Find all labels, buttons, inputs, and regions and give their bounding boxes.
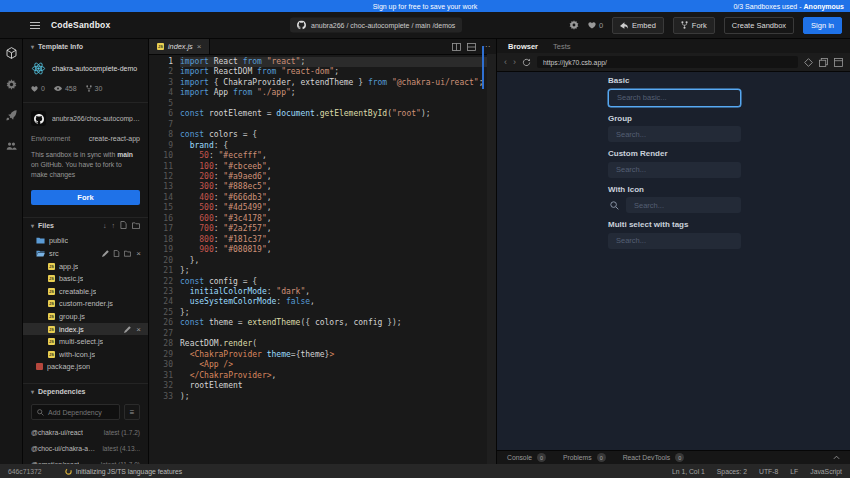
file-creatable.js[interactable]: JScreatable.js bbox=[23, 285, 148, 298]
status-item[interactable]: Spaces: 2 bbox=[717, 468, 747, 475]
dependency-row[interactable]: @emotion/reactlatest (11.7.0) bbox=[23, 456, 148, 464]
preview-search-input[interactable]: Search... bbox=[608, 233, 741, 249]
code-line[interactable]: 23 initialColorMode: "dark", bbox=[149, 287, 496, 297]
preview-search-input[interactable]: Search basic... bbox=[608, 89, 741, 107]
edit-icon[interactable] bbox=[102, 250, 109, 257]
codesandbox-logo[interactable]: CodeSandbox bbox=[51, 20, 110, 30]
gear-icon[interactable] bbox=[5, 78, 17, 90]
refresh-icon[interactable] bbox=[522, 58, 531, 67]
upload-icon[interactable]: ↑ bbox=[112, 222, 116, 229]
github-repo-link[interactable]: anubra266/choc-autocomplete bbox=[23, 102, 148, 134]
template-info-header[interactable]: ▾ Template Info bbox=[23, 39, 148, 54]
download-icon[interactable]: ↓ bbox=[103, 222, 107, 229]
code-line[interactable]: 31 </ChakraProvider>, bbox=[149, 371, 496, 381]
code-line[interactable]: 27 bbox=[149, 329, 496, 339]
duplicate-icon[interactable] bbox=[819, 58, 828, 67]
fork-button[interactable]: Fork bbox=[673, 17, 715, 34]
new-file-icon[interactable] bbox=[120, 221, 127, 229]
code-line[interactable]: 10 50: "#ecefff", bbox=[149, 151, 496, 161]
delete-icon[interactable]: × bbox=[135, 326, 142, 333]
file-src[interactable]: src× bbox=[23, 247, 148, 260]
files-header[interactable]: ▾ Files ↓ ↑ bbox=[23, 217, 148, 233]
code-line[interactable]: 28ReactDOM.render( bbox=[149, 339, 496, 349]
dependencies-header[interactable]: ▾ Dependencies bbox=[23, 383, 148, 399]
new-folder-icon[interactable] bbox=[124, 250, 131, 257]
repo-breadcrumb[interactable]: anubra266 / choc-autocomplete / main /de… bbox=[290, 18, 462, 33]
url-bar[interactable]: https://jyk70.csb.app/ bbox=[537, 56, 798, 68]
file-app.js[interactable]: JSapp.js bbox=[23, 260, 148, 273]
status-item[interactable]: JavaScript bbox=[810, 468, 842, 475]
back-icon[interactable]: ‹ bbox=[504, 58, 507, 67]
preview-search-input[interactable]: Search... bbox=[626, 197, 741, 213]
new-file-icon[interactable] bbox=[113, 250, 120, 257]
tab-tests[interactable]: Tests bbox=[553, 42, 571, 51]
create-sandbox-button[interactable]: Create Sandbox bbox=[724, 17, 794, 34]
code-line[interactable]: 25}; bbox=[149, 308, 496, 318]
editor-scrollbar[interactable] bbox=[487, 54, 496, 464]
devtools-tab-console[interactable]: Console0 bbox=[507, 453, 546, 462]
gear-icon[interactable] bbox=[569, 20, 579, 30]
forward-icon[interactable]: › bbox=[513, 58, 516, 67]
code-line[interactable]: 14 400: "#666db3", bbox=[149, 193, 496, 203]
collaborators-icon[interactable] bbox=[5, 140, 17, 152]
code-line[interactable]: 2import ReactDOM from "react-dom"; bbox=[149, 67, 496, 77]
embed-button[interactable]: Embed bbox=[612, 17, 664, 34]
code-line[interactable]: 4import App from "./app"; bbox=[149, 88, 496, 98]
file-index.js[interactable]: JSindex.js× bbox=[23, 323, 148, 336]
code-line[interactable]: 19 900: "#080819", bbox=[149, 245, 496, 255]
file-custom-render.js[interactable]: JScustom-render.js bbox=[23, 298, 148, 311]
sandbox-cube-icon[interactable] bbox=[5, 47, 17, 59]
code-line[interactable]: 12 200: "#a9aed6", bbox=[149, 172, 496, 182]
code-line[interactable]: 17 700: "#2a2f57", bbox=[149, 224, 496, 234]
preview-search-input[interactable]: Search... bbox=[608, 126, 741, 142]
code-line[interactable]: 7 bbox=[149, 120, 496, 130]
split-horizontal-icon[interactable] bbox=[467, 43, 476, 51]
code-line[interactable]: 33); bbox=[149, 392, 496, 402]
sign-in-button[interactable]: Sign in bbox=[803, 17, 842, 34]
edit-icon[interactable] bbox=[124, 326, 131, 333]
status-item[interactable]: Ln 1, Col 1 bbox=[672, 468, 705, 475]
code-area[interactable]: 1import React from "react";2import React… bbox=[149, 55, 496, 464]
file-public[interactable]: public bbox=[23, 235, 148, 248]
preview-search-input[interactable]: Search... bbox=[608, 162, 741, 178]
rocket-icon[interactable] bbox=[5, 109, 17, 121]
chevron-up-icon[interactable] bbox=[833, 455, 840, 460]
code-line[interactable]: 8const colors = { bbox=[149, 130, 496, 140]
split-vertical-icon[interactable] bbox=[452, 43, 461, 51]
code-line[interactable]: 11 100: "#cbceeb", bbox=[149, 162, 496, 172]
code-line[interactable]: 30 <App /> bbox=[149, 360, 496, 370]
file-package.json[interactable]: package.json bbox=[23, 361, 148, 374]
code-line[interactable]: 6const rootElement = document.getElement… bbox=[149, 109, 496, 119]
file-with-icon.js[interactable]: JSwith-icon.js bbox=[23, 348, 148, 361]
code-line[interactable]: 32 rootElement bbox=[149, 381, 496, 391]
dependency-row[interactable]: @chakra-ui/reactlatest (1.7.2) bbox=[23, 424, 148, 440]
code-line[interactable]: 20 }, bbox=[149, 256, 496, 266]
menu-icon[interactable] bbox=[30, 22, 40, 29]
file-multi-select.js[interactable]: JSmulti-select.js bbox=[23, 335, 148, 348]
code-line[interactable]: 22const config = { bbox=[149, 277, 496, 287]
code-line[interactable]: 9 brand: { bbox=[149, 141, 496, 151]
devtools-tab-react-devtools[interactable]: React DevTools0 bbox=[623, 453, 685, 462]
likes[interactable]: 0 bbox=[588, 21, 603, 30]
code-line[interactable]: 18 800: "#181c37", bbox=[149, 235, 496, 245]
code-line[interactable]: 15 500: "#4d5499", bbox=[149, 203, 496, 213]
status-item[interactable]: LF bbox=[790, 468, 798, 475]
new-folder-icon[interactable] bbox=[132, 222, 140, 229]
dependency-row[interactable]: @choc-ui/chakra-autoc...latest (4.13... bbox=[23, 440, 148, 456]
responsive-mode-icon[interactable] bbox=[804, 58, 813, 67]
code-line[interactable]: 13 300: "#888ec5", bbox=[149, 182, 496, 192]
devtools-tab-problems[interactable]: Problems0 bbox=[563, 453, 606, 462]
status-item[interactable]: UTF-8 bbox=[759, 468, 778, 475]
tab-index-js[interactable]: JS index.js × bbox=[149, 39, 210, 54]
delete-icon[interactable]: × bbox=[135, 250, 142, 257]
code-line[interactable]: 1import React from "react"; bbox=[149, 57, 496, 67]
file-group.js[interactable]: JSgroup.js bbox=[23, 310, 148, 323]
code-line[interactable]: 24 useSystemColorMode: false, bbox=[149, 297, 496, 307]
code-line[interactable]: 21}; bbox=[149, 266, 496, 276]
code-line[interactable]: 26const theme = extendTheme({ colors, co… bbox=[149, 318, 496, 328]
close-icon[interactable]: × bbox=[197, 42, 202, 51]
sidebar-fork-button[interactable]: Fork bbox=[31, 190, 140, 205]
code-line[interactable]: 3import { ChakraProvider, extendTheme } … bbox=[149, 78, 496, 88]
code-line[interactable]: 5 bbox=[149, 99, 496, 109]
new-window-icon[interactable] bbox=[834, 58, 843, 67]
